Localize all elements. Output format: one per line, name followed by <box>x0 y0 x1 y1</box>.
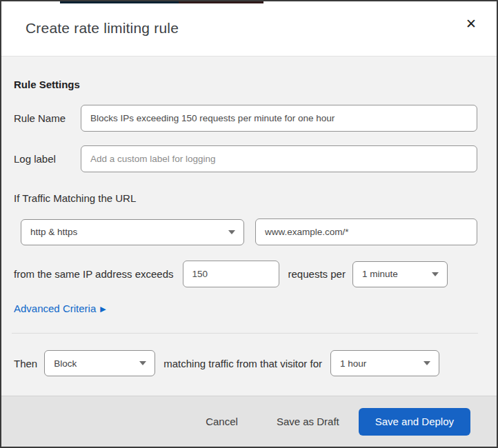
action-prefix-text: Then <box>14 358 37 369</box>
log-label-label: Log label <box>14 153 81 165</box>
save-and-deploy-button[interactable]: Save and Deploy <box>359 408 470 436</box>
dialog-title: Create rate limiting rule <box>26 20 179 37</box>
action-middle-text: matching traffic from that visitor for <box>163 358 322 369</box>
action-select[interactable]: Block <box>44 350 155 376</box>
chevron-down-icon <box>424 361 430 365</box>
dialog-body: Rule Settings Rule Name Log label If Tra… <box>1 57 497 396</box>
threshold-suffix-text: requests per <box>288 268 346 280</box>
close-icon[interactable]: ✕ <box>461 13 481 34</box>
dialog-header: Create rate limiting rule ✕ <box>1 3 497 57</box>
threshold-prefix-text: from the same IP address exceeds <box>14 268 174 280</box>
save-as-draft-button[interactable]: Save as Draft <box>270 410 346 433</box>
request-threshold-input[interactable] <box>183 261 279 287</box>
advanced-criteria-link[interactable]: Advanced Criteria ▶ <box>14 303 106 314</box>
advanced-criteria-label: Advanced Criteria <box>14 303 96 314</box>
action-row: Then Block matching traffic from that vi… <box>14 350 477 376</box>
dialog-footer: Cancel Save as Draft Save and Deploy <box>1 396 497 447</box>
threshold-row: from the same IP address exceeds request… <box>14 261 477 287</box>
section-divider <box>12 333 478 334</box>
traffic-match-heading: If Traffic Matching the URL <box>14 192 477 204</box>
rule-name-row: Rule Name <box>14 105 477 132</box>
scheme-url-row: http & https <box>14 218 477 245</box>
scheme-select[interactable]: http & https <box>21 219 244 245</box>
action-select-value: Block <box>54 358 134 369</box>
chevron-down-icon <box>228 230 235 234</box>
rule-name-input[interactable] <box>81 105 477 132</box>
chevron-down-icon <box>432 272 439 276</box>
period-select-value: 1 minute <box>362 269 426 279</box>
triangle-right-icon: ▶ <box>100 305 106 314</box>
log-label-row: Log label <box>14 145 477 172</box>
duration-select[interactable]: 1 hour <box>330 350 439 376</box>
scheme-select-value: http & https <box>30 227 223 237</box>
rate-limit-dialog: Create rate limiting rule ✕ Rule Setting… <box>0 0 498 448</box>
duration-select-value: 1 hour <box>340 358 418 369</box>
url-pattern-input[interactable] <box>255 218 477 245</box>
log-label-input[interactable] <box>81 145 477 172</box>
period-select[interactable]: 1 minute <box>352 261 448 287</box>
cancel-button[interactable]: Cancel <box>199 410 245 433</box>
rule-settings-heading: Rule Settings <box>14 79 477 90</box>
rule-name-label: Rule Name <box>14 112 81 124</box>
chevron-down-icon <box>139 361 146 365</box>
